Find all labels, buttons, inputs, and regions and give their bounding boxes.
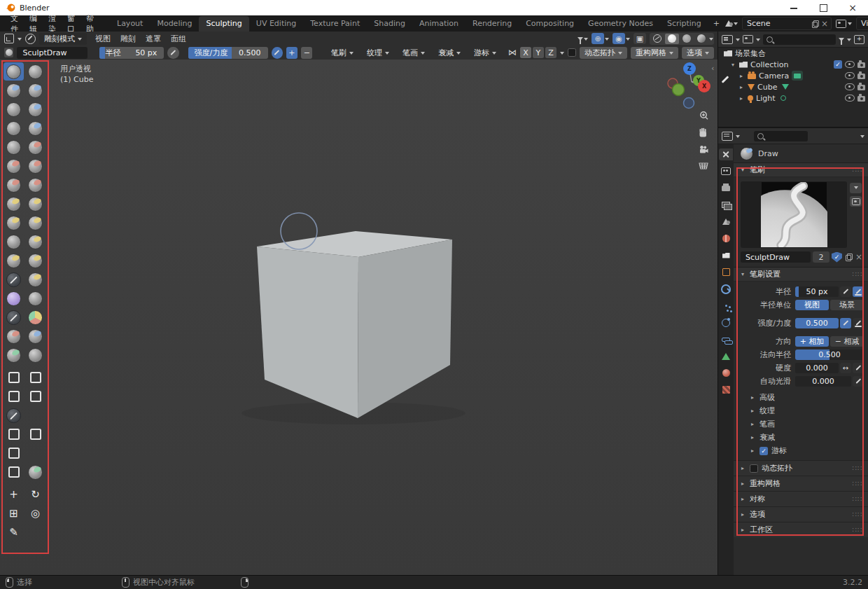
tool-clay-thumb-button[interactable] [4, 100, 24, 118]
show-gizmo-button[interactable]: ⊕ [592, 33, 604, 44]
viewport-menu-view[interactable]: 视图 [90, 32, 115, 46]
toggle-ortho-grid-icon[interactable] [699, 163, 708, 169]
strength-slider[interactable]: 0.500 [795, 318, 839, 328]
symmetry-axis-y-button[interactable]: Y [533, 47, 544, 58]
hide-in-viewport-icon[interactable] [845, 61, 855, 68]
tool-draw-button[interactable] [4, 62, 24, 81]
properties-tab-scene[interactable] [719, 216, 733, 228]
properties-tab-particles[interactable] [719, 300, 733, 312]
hide-in-viewport-icon[interactable] [845, 95, 855, 102]
toggle-xray-button[interactable]: ▣ [634, 33, 646, 44]
symmetry-chevron-icon[interactable] [560, 52, 564, 57]
symmetry-axis-x-button[interactable]: X [520, 47, 531, 58]
properties-options-chevron-icon[interactable] [860, 135, 864, 140]
outliner-row-camera[interactable]: ▸Camera [718, 70, 868, 81]
tool-rotate-transform-button[interactable]: ↻ [25, 485, 46, 504]
pan-hand-icon[interactable] [700, 128, 707, 137]
disclosure-icon[interactable]: ▾ [729, 62, 736, 68]
properties-editor-type-icon[interactable] [722, 132, 733, 141]
new-collection-button[interactable]: + [854, 35, 864, 44]
tool-multi-plane-scrape-button[interactable] [25, 176, 46, 194]
viewport-canvas[interactable]: Z Y X ‹ [0, 60, 718, 576]
close-button[interactable]: × [848, 4, 857, 12]
section-drag-icon[interactable]: ∷∷ [852, 511, 862, 518]
section-dyntopo[interactable]: ▸动态拓扑∷∷ [734, 460, 868, 476]
tool-draw-sharp-button[interactable] [25, 62, 46, 81]
tool-mask-by-color-button[interactable] [25, 463, 46, 481]
direction-subtract-button[interactable]: − [301, 47, 312, 59]
hardness-invert-button[interactable]: ↔ [840, 363, 851, 373]
object-types-filter-button[interactable] [578, 35, 588, 43]
tool-paint-button[interactable] [4, 346, 24, 364]
brush-preview-well[interactable] [741, 181, 847, 248]
gizmo-axis-neg-y[interactable] [673, 84, 685, 96]
radius-slider[interactable]: 半径 50 px [99, 47, 164, 59]
properties-tab-object-data[interactable] [719, 350, 733, 362]
radius-pen-button[interactable] [840, 286, 851, 297]
editor-type-chevron-icon[interactable] [18, 38, 22, 43]
section-drag-icon[interactable]: ∷∷ [852, 464, 862, 472]
maximize-button[interactable] [819, 4, 827, 12]
subsection-cursor[interactable]: ▸✓游标 [734, 444, 868, 457]
tool-mesh-filter-button[interactable] [4, 425, 24, 443]
properties-tab-render[interactable] [719, 165, 733, 177]
cursor-checkbox[interactable]: ✓ [760, 447, 768, 455]
properties-tab-world[interactable] [719, 233, 733, 244]
tool-line-project-button[interactable] [4, 406, 24, 424]
tool-smear-button[interactable] [25, 346, 46, 364]
outliner-row-light[interactable]: ▸Light [718, 92, 868, 104]
tool-move-button[interactable]: + [4, 485, 24, 504]
radius-slider[interactable]: 50 px [795, 286, 839, 297]
shading-solid-button[interactable] [665, 34, 679, 44]
normal-radius-slider[interactable]: 0.500 [795, 349, 864, 360]
tool-multires-displacement-smear-button[interactable] [25, 327, 46, 345]
properties-tab-output[interactable] [719, 182, 733, 194]
workspace-tab-compositing[interactable]: Compositing [519, 16, 581, 32]
brush-datablock-name-field[interactable]: SculptDraw [741, 251, 811, 263]
section-symmetry[interactable]: ▸对称∷∷ [734, 491, 868, 506]
minimize-button[interactable] [790, 4, 798, 12]
dyntopo-checkbox[interactable] [568, 48, 576, 57]
tool-transform-button[interactable]: ◎ [25, 504, 46, 522]
radius-unit-option-0[interactable]: 视图 [795, 300, 829, 310]
workspace-tab-geometry-nodes[interactable]: Geometry Nodes [581, 16, 660, 32]
add-workspace-button[interactable]: + [708, 16, 724, 32]
duplicate-brush-button[interactable] [846, 254, 852, 261]
tool-scrape-button[interactable] [4, 176, 24, 194]
disable-in-renders-icon[interactable] [858, 85, 865, 90]
properties-search-input[interactable] [754, 131, 808, 141]
symmetry-axis-z-button[interactable]: Z [545, 47, 556, 58]
tool-dropdown-stroke[interactable]: 笔画 [398, 47, 430, 59]
tool-box-face-set-button[interactable] [4, 387, 24, 406]
radius-pressure-button[interactable] [167, 47, 178, 59]
sidebar-collapse-icon[interactable]: ‹ [711, 64, 714, 73]
outliner-row-cube[interactable]: ▸Cube [718, 81, 868, 92]
cube-object[interactable] [257, 231, 452, 418]
view-layer-selector[interactable]: ViewLayer × [856, 17, 868, 30]
outliner-display-mode-icon[interactable] [743, 35, 753, 43]
subsection-falloff[interactable]: ▸衰减 [734, 431, 868, 444]
unlink-brush-button[interactable]: × [855, 254, 862, 261]
gizmo-axis-neg-z[interactable] [684, 98, 694, 109]
tool-elastic-deform-button[interactable] [4, 214, 24, 232]
navigation-gizmo[interactable]: Z Y X [668, 62, 710, 109]
tool-simplify-button[interactable] [25, 289, 46, 307]
outliner-search-input[interactable] [763, 34, 836, 45]
brush-thumbnail-icon[interactable] [4, 48, 13, 57]
tool-pose-button[interactable] [25, 233, 46, 251]
disable-in-renders-icon[interactable] [858, 62, 865, 68]
autosmooth-slider[interactable]: 0.000 [795, 376, 851, 387]
properties-tab-object[interactable] [719, 266, 733, 278]
view-layer-icon[interactable] [836, 20, 852, 28]
tool-draw-face-sets-button[interactable] [25, 308, 46, 326]
scene-selector[interactable]: Scene × [742, 17, 832, 30]
workspace-tab-scripting[interactable]: Scripting [660, 16, 708, 32]
workspace-tab-modeling[interactable]: Modeling [150, 16, 199, 32]
properties-tab-constraints[interactable] [719, 333, 733, 345]
section-options[interactable]: ▸选项∷∷ [734, 506, 868, 522]
shading-wireframe-button[interactable] [650, 34, 664, 44]
tool-inflate-button[interactable] [4, 119, 24, 137]
tool-smooth-button[interactable] [25, 138, 46, 156]
tool-slide-relax-button[interactable] [4, 270, 24, 289]
brush-preview-image-button[interactable] [850, 196, 862, 207]
